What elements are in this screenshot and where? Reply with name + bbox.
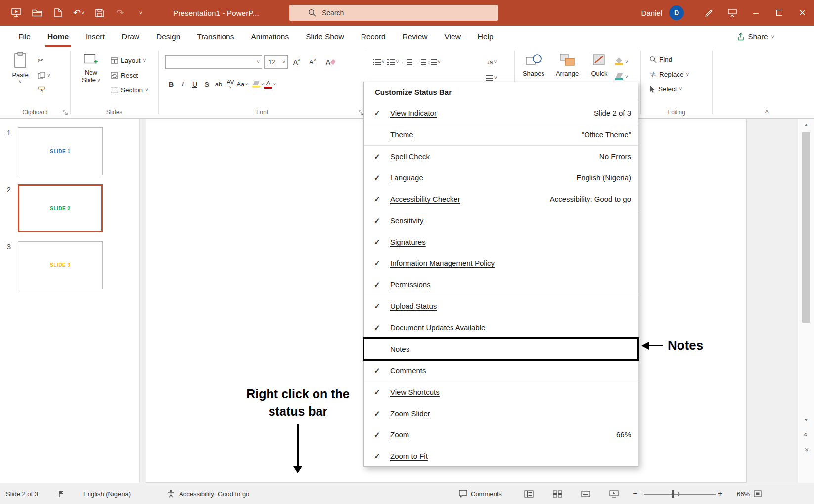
shapes-button[interactable]: Shapes bbox=[518, 53, 549, 77]
tab-review[interactable]: Review bbox=[394, 26, 436, 47]
menu-item-upload-status[interactable]: ✓Upload Status bbox=[364, 295, 638, 317]
bullets-button[interactable]: ˅ bbox=[372, 55, 386, 69]
shrink-font-button[interactable]: A˅ bbox=[307, 55, 318, 69]
tab-design[interactable]: Design bbox=[148, 26, 188, 47]
start-slideshow-icon[interactable] bbox=[8, 4, 25, 22]
italic-button[interactable]: I bbox=[177, 78, 189, 91]
menu-item-zoom[interactable]: ✓Zoom66% bbox=[364, 424, 638, 445]
menu-item-view-indicator[interactable]: ✓View IndicatorSlide 2 of 3 bbox=[364, 102, 638, 124]
maximize-button[interactable] bbox=[768, 0, 791, 26]
clear-formatting-button[interactable]: A bbox=[324, 55, 336, 69]
menu-item-signatures[interactable]: ✓Signatures bbox=[364, 231, 638, 252]
redo-button[interactable]: ↷ bbox=[112, 4, 129, 22]
menu-item-zoom-to-fit[interactable]: ✓Zoom to Fit bbox=[364, 445, 638, 466]
scrollbar-thumb[interactable] bbox=[802, 132, 810, 323]
reading-view-button[interactable] bbox=[581, 483, 590, 504]
font-name-combobox[interactable]: ˅ bbox=[165, 55, 262, 69]
menu-item-information-management-policy[interactable]: ✓Information Management Policy bbox=[364, 252, 638, 274]
format-painter-button[interactable] bbox=[38, 83, 50, 97]
decrease-indent-button[interactable]: ← bbox=[400, 55, 413, 69]
avatar[interactable]: D bbox=[669, 5, 684, 20]
tab-insert[interactable]: Insert bbox=[77, 26, 113, 47]
menu-item-language[interactable]: ✓LanguageEnglish (Nigeria) bbox=[364, 167, 638, 188]
share-button[interactable]: Share ˅ bbox=[737, 26, 774, 47]
reset-button[interactable]: Reset bbox=[111, 68, 148, 83]
slide-thumbnail-preview[interactable]: SLIDE 3 bbox=[18, 241, 103, 289]
new-document-icon[interactable] bbox=[49, 4, 66, 22]
menu-item-zoom-slider[interactable]: ✓Zoom Slider bbox=[364, 403, 638, 424]
menu-item-sensitivity[interactable]: ✓Sensitivity bbox=[364, 210, 638, 231]
clipboard-dialog-launcher-icon[interactable] bbox=[63, 110, 68, 115]
next-slide-button[interactable]: « bbox=[798, 444, 814, 456]
menu-item-comments[interactable]: ✓Comments bbox=[364, 360, 638, 381]
strikethrough-button[interactable]: ab bbox=[213, 78, 225, 91]
menu-item-notes[interactable]: Notes bbox=[364, 338, 638, 360]
minimize-button[interactable]: ─ bbox=[744, 0, 768, 26]
tab-help[interactable]: Help bbox=[469, 26, 502, 47]
zoom-slider-track[interactable] bbox=[644, 494, 716, 495]
open-folder-icon[interactable] bbox=[29, 4, 45, 22]
cut-button[interactable]: ✂ bbox=[38, 53, 50, 68]
menu-item-spell-check[interactable]: ✓Spell CheckNo Errors bbox=[364, 146, 638, 167]
tab-home[interactable]: Home bbox=[39, 26, 77, 47]
tab-record[interactable]: Record bbox=[353, 26, 394, 47]
shape-fill-button[interactable]: ˅ bbox=[615, 54, 628, 69]
vertical-scrollbar[interactable]: ▲ ▼ « « bbox=[798, 119, 814, 483]
slide-thumbnail-preview[interactable]: SLIDE 1 bbox=[18, 127, 103, 175]
tab-draw[interactable]: Draw bbox=[113, 26, 148, 47]
previous-slide-button[interactable]: « bbox=[798, 429, 814, 441]
select-button[interactable]: Select˅ bbox=[649, 82, 689, 96]
quick-styles-button[interactable]: Quick bbox=[586, 53, 613, 77]
text-direction-button[interactable]: ↓a˅ bbox=[485, 55, 498, 69]
save-icon[interactable] bbox=[91, 4, 108, 22]
section-button[interactable]: Section˅ bbox=[111, 83, 148, 97]
zoom-percentage[interactable]: 66% bbox=[727, 483, 750, 504]
highlight-color-button[interactable]: ˅ bbox=[252, 78, 264, 91]
copy-button[interactable]: ˅ bbox=[38, 68, 50, 83]
find-button[interactable]: Find bbox=[649, 52, 689, 67]
menu-item-accessibility-checker[interactable]: ✓Accessibility CheckerAccessibility: Goo… bbox=[364, 188, 638, 210]
status-bar[interactable]: Slide 2 of 3 English (Nigeria) Accessibi… bbox=[0, 483, 814, 504]
customize-qat-chevron-icon[interactable]: ˅ bbox=[133, 4, 149, 22]
scroll-up-button[interactable]: ▲ bbox=[798, 119, 814, 130]
text-shadow-button[interactable]: S bbox=[201, 78, 213, 91]
character-spacing-button[interactable]: AV˅ bbox=[225, 78, 236, 91]
search-input[interactable]: Search bbox=[289, 5, 498, 21]
comments-button[interactable]: Comments bbox=[459, 483, 502, 504]
ribbon-display-options-icon[interactable] bbox=[721, 0, 744, 26]
normal-view-button[interactable] bbox=[524, 483, 534, 504]
increase-indent-button[interactable]: → bbox=[413, 55, 427, 69]
accessibility-status[interactable]: Accessibility: Good to go bbox=[179, 483, 249, 504]
change-case-button[interactable]: Aa˅ bbox=[236, 78, 248, 91]
menu-item-document-updates-available[interactable]: ✓Document Updates Available bbox=[364, 317, 638, 338]
slideshow-view-button[interactable] bbox=[609, 483, 619, 504]
font-size-combobox[interactable]: 12˅ bbox=[264, 55, 288, 69]
tab-animations[interactable]: Animations bbox=[242, 26, 297, 47]
zoom-in-button[interactable]: + bbox=[718, 483, 722, 504]
language-indicator[interactable]: English (Nigeria) bbox=[83, 483, 131, 504]
line-spacing-button[interactable]: ↕˅ bbox=[427, 55, 441, 69]
slide-thumbnail-preview[interactable]: SLIDE 2 bbox=[18, 184, 103, 232]
scroll-down-button[interactable]: ▼ bbox=[798, 414, 814, 426]
menu-item-view-shortcuts[interactable]: ✓View Shortcuts bbox=[364, 381, 638, 403]
replace-button[interactable]: Replace˅ bbox=[649, 67, 689, 82]
menu-item-permissions[interactable]: ✓Permissions bbox=[364, 274, 638, 295]
close-button[interactable]: × bbox=[791, 0, 814, 26]
tab-file[interactable]: File bbox=[10, 26, 39, 47]
collapse-ribbon-chevron-icon[interactable]: ˄ bbox=[765, 108, 769, 115]
tab-slide-show[interactable]: Slide Show bbox=[297, 26, 353, 47]
pen-icon[interactable] bbox=[697, 0, 721, 26]
slide-sorter-view-button[interactable] bbox=[553, 483, 562, 504]
fit-slide-to-window-button[interactable] bbox=[754, 483, 762, 504]
font-dialog-launcher-icon[interactable] bbox=[359, 110, 363, 115]
underline-button[interactable]: U bbox=[189, 78, 201, 91]
paste-button[interactable]: Paste ˅ bbox=[7, 52, 34, 84]
layout-button[interactable]: Layout˅ bbox=[111, 53, 148, 68]
proofing-flag-icon[interactable] bbox=[58, 483, 64, 504]
numbering-button[interactable]: ˅ bbox=[386, 55, 400, 69]
slide-thumbnail[interactable]: 3SLIDE 3 bbox=[0, 241, 139, 289]
slide-thumbnail[interactable]: 2SLIDE 2 bbox=[0, 184, 139, 232]
tab-view[interactable]: View bbox=[436, 26, 469, 47]
zoom-slider-thumb[interactable] bbox=[672, 490, 674, 498]
arrange-button[interactable]: Arrange bbox=[551, 53, 584, 77]
